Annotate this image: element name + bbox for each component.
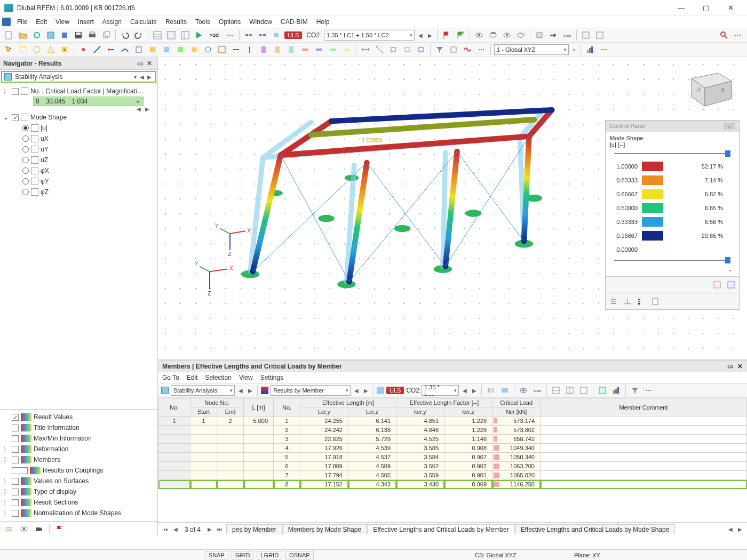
lower-5[interactable]: Results on Couplings [3, 465, 154, 476]
mode-φX[interactable]: φX [3, 165, 154, 176]
tool-i-icon[interactable] [188, 44, 200, 55]
mode-radio[interactable] [22, 135, 29, 142]
tmenu-goto[interactable]: Go To [162, 374, 179, 381]
table-combo1[interactable]: Stability Analysis [171, 385, 235, 396]
grid3-icon[interactable] [179, 29, 191, 41]
tt-chart-icon[interactable] [610, 385, 622, 396]
more2-icon[interactable]: ⋯ [732, 29, 744, 41]
save-icon[interactable] [73, 29, 84, 41]
tc3-prev[interactable]: ◀ [461, 388, 468, 394]
sel3-icon[interactable] [31, 44, 43, 55]
open-icon[interactable] [17, 29, 29, 41]
lower-4[interactable]: 〉Members [3, 454, 154, 465]
eye3-icon[interactable] [501, 29, 513, 41]
legend-bot-slider[interactable] [614, 257, 730, 264]
tt2-icon[interactable] [499, 385, 511, 396]
menu-tools[interactable]: Tools [191, 17, 214, 27]
prev-arrow-icon[interactable]: ◀ [417, 33, 424, 38]
mode-φZ[interactable]: φZ [3, 187, 154, 197]
mode-uY[interactable]: uY [3, 144, 154, 155]
new-icon[interactable] [3, 29, 15, 41]
nav-camera-icon[interactable] [33, 523, 45, 535]
script-icon[interactable]: >SC [207, 29, 222, 41]
menu-file[interactable]: File [13, 17, 31, 27]
mode-radio[interactable] [22, 157, 29, 163]
sel2-icon[interactable] [17, 44, 29, 55]
close-button[interactable]: ✕ [718, 0, 743, 16]
filter-icon[interactable] [434, 44, 446, 55]
table-close-icon[interactable]: ✕ [737, 363, 743, 370]
menu-edit[interactable]: Edit [31, 17, 51, 27]
tool-l-icon[interactable] [230, 44, 242, 55]
tool-c-icon[interactable] [105, 44, 117, 55]
delflag-icon[interactable]: ✕ [455, 29, 466, 41]
tmenu-settings[interactable]: Settings [260, 374, 283, 381]
tool-k-icon[interactable] [216, 44, 228, 55]
lower-check[interactable] [12, 457, 19, 463]
tt-more-icon[interactable]: ⋯ [643, 385, 655, 396]
viewport-3d[interactable]: X Y Z X Y Z 1.00000 -Y -X [158, 57, 747, 360]
arrow-icon[interactable] [547, 29, 559, 41]
table-row[interactable]: 3 22.6255.729 4.5251.146 658.742 [158, 435, 747, 444]
dim-b-icon[interactable] [374, 44, 385, 55]
nav-next-icon[interactable]: ▶ [146, 74, 153, 80]
box-icon[interactable] [448, 44, 459, 55]
nav-layers-icon[interactable] [3, 523, 15, 535]
tt-ex-icon[interactable] [597, 385, 608, 396]
undo-icon[interactable] [119, 29, 131, 41]
cp-b1-icon[interactable] [608, 295, 619, 307]
panel1-icon[interactable] [580, 29, 592, 41]
tmenu-view[interactable]: View [239, 374, 253, 381]
more3-icon[interactable]: ⋯ [475, 44, 487, 55]
tc1-prev[interactable]: ◀ [237, 388, 244, 394]
cp-b2-icon[interactable] [622, 295, 633, 307]
sel5-icon[interactable]: + [59, 44, 70, 55]
tt-xxx-icon[interactable]: x.xx [531, 385, 543, 396]
table-combo2[interactable]: Results by Member [271, 385, 351, 396]
tool-b-icon[interactable] [91, 44, 103, 55]
tc2-prev[interactable]: ◀ [353, 388, 360, 394]
modeshape-check[interactable] [12, 114, 19, 121]
lower-check[interactable] [12, 499, 19, 506]
table-row[interactable]: 7 17.7944.505 3.5590.901 1065.020 [158, 471, 747, 480]
dim-c-icon[interactable] [387, 44, 399, 55]
status-snap[interactable]: SNAP [205, 551, 228, 559]
cp-b4-icon[interactable] [649, 295, 661, 307]
tc1-next[interactable]: ▶ [247, 388, 254, 394]
table-expr-combo[interactable]: 1.35 * L… [422, 385, 459, 396]
tab-scroll-left-icon[interactable]: ◀ [727, 526, 734, 532]
table-tab[interactable]: Members by Mode Shape [282, 524, 367, 534]
lower-1[interactable]: Title Information [3, 422, 154, 433]
workplane-combo[interactable]: 1 - Global XYZ [494, 44, 569, 55]
lower-9[interactable]: 〉Normalization of Mode Shapes [3, 508, 154, 518]
lower-check[interactable] [12, 435, 19, 442]
flag-icon[interactable] [441, 29, 452, 41]
menu-icon[interactable] [2, 18, 11, 26]
tab-next-icon[interactable]: ▶ [206, 526, 213, 532]
tc3-next[interactable]: ▶ [471, 388, 478, 394]
tool-q-icon[interactable] [299, 44, 311, 55]
lower-check[interactable] [12, 510, 19, 517]
eye4-icon[interactable] [515, 29, 527, 41]
grid1-icon[interactable] [152, 29, 163, 41]
clf-check[interactable] [12, 88, 19, 95]
tt-g2-icon[interactable] [564, 385, 576, 396]
search-icon[interactable] [718, 29, 730, 41]
print-icon[interactable] [86, 29, 98, 41]
cp-tool2-icon[interactable] [725, 279, 737, 291]
lower-6[interactable]: 〉Values on Surfaces [3, 476, 154, 486]
close-panel-icon[interactable]: ✕ [147, 60, 154, 67]
dim-e-icon[interactable] [415, 44, 427, 55]
tt-filter-icon[interactable] [629, 385, 641, 396]
status-grid[interactable]: GRID [232, 551, 254, 559]
mode-radio[interactable] [22, 167, 29, 174]
menu-window[interactable]: Window [245, 17, 276, 27]
tab-scroll-right-icon[interactable]: ▶ [736, 526, 744, 532]
lower-check[interactable] [12, 489, 19, 495]
table-row[interactable]: 8 17.1524.343 3.4300.869 1146.250 [158, 480, 747, 489]
menu-help[interactable]: Help [312, 17, 334, 27]
table-row[interactable]: 2 24.2426.138 4.8481.228 573.802 [158, 426, 747, 435]
menu-insert[interactable]: Insert [74, 17, 98, 27]
mode-φY[interactable]: φY [3, 176, 154, 187]
more-icon[interactable]: ⋯ [224, 29, 236, 41]
